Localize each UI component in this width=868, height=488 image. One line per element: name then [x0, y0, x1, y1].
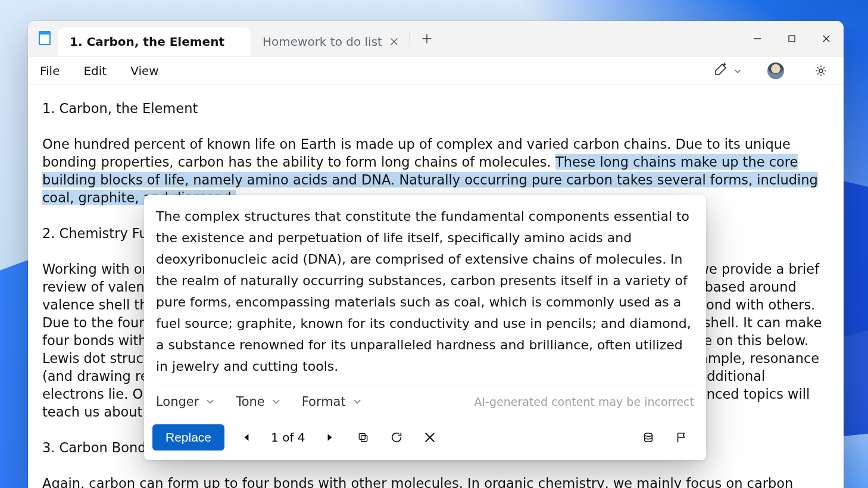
gear-icon — [814, 64, 828, 77]
svg-rect-0 — [789, 36, 795, 42]
app-window: 1. Carbon, the Element Homework to do li… — [28, 21, 844, 488]
ai-disclaimer: AI-generated content may be incorrect — [474, 395, 695, 408]
feedback-button[interactable] — [670, 426, 693, 449]
option-label: Tone — [236, 395, 264, 409]
document-area[interactable]: 1. Carbon, the Element One hundred perce… — [28, 85, 844, 488]
svg-rect-3 — [359, 433, 365, 439]
ai-rewrite-popup: The complex structures that constitute t… — [144, 195, 706, 460]
menu-edit[interactable]: Edit — [83, 64, 107, 78]
notepad-app-icon — [39, 31, 51, 45]
format-option[interactable]: Format — [302, 395, 361, 409]
avatar-icon — [767, 62, 784, 79]
result-counter: 1 of 4 — [268, 430, 307, 445]
ai-suggestion-text: The complex structures that constitute t… — [144, 195, 706, 383]
new-tab-button[interactable] — [416, 28, 438, 49]
heading-1: 1. Carbon, the Element — [42, 99, 829, 117]
option-label: Format — [302, 395, 346, 409]
tab-label: Homework to do list — [263, 35, 382, 49]
refresh-icon — [390, 431, 403, 444]
close-icon — [424, 432, 435, 443]
svg-point-1 — [819, 69, 823, 73]
tone-option[interactable]: Tone — [236, 395, 280, 409]
svg-rect-2 — [361, 436, 367, 442]
copy-icon — [357, 431, 369, 443]
tab-inactive[interactable]: Homework to do list — [251, 27, 408, 56]
tab-strip: 1. Carbon, the Element Homework to do li… — [28, 21, 438, 56]
tab-separator — [410, 31, 410, 46]
dismiss-button[interactable] — [419, 426, 441, 449]
regenerate-button[interactable] — [385, 426, 408, 449]
next-button[interactable] — [319, 426, 341, 449]
tab-active[interactable]: 1. Carbon, the Element — [58, 27, 251, 56]
window-controls — [740, 21, 844, 56]
close-tab-icon[interactable] — [386, 33, 402, 50]
chevron-down-icon — [206, 395, 214, 409]
credits-button[interactable] — [637, 426, 660, 449]
flag-icon — [675, 431, 688, 444]
svg-point-4 — [645, 433, 652, 437]
replace-button[interactable]: Replace — [152, 424, 224, 451]
chevron-down-icon — [353, 395, 361, 409]
chevron-down-icon — [272, 395, 280, 409]
ai-rewrite-button[interactable] — [714, 60, 741, 82]
coins-icon — [642, 431, 655, 444]
menu-bar: File Edit View — [28, 57, 844, 85]
tab-label: 1. Carbon, the Element — [70, 35, 224, 49]
copy-button[interactable] — [352, 426, 374, 449]
triangle-left-icon — [242, 433, 251, 442]
minimize-button[interactable] — [740, 21, 775, 56]
account-avatar[interactable] — [765, 60, 786, 82]
titlebar: 1. Carbon, the Element Homework to do li… — [28, 21, 844, 57]
option-label: Longer — [156, 395, 199, 409]
menu-file[interactable]: File — [40, 64, 60, 78]
popup-options-row: Longer Tone Format AI- — [144, 386, 706, 417]
close-window-button[interactable] — [809, 21, 844, 56]
settings-button[interactable] — [810, 60, 832, 82]
paragraph-3: Again, carbon can form up to four bonds … — [42, 474, 829, 488]
chevron-down-icon — [734, 64, 741, 78]
menu-view[interactable]: View — [130, 64, 158, 78]
popup-footer: Replace 1 of 4 — [144, 417, 706, 460]
length-option[interactable]: Longer — [156, 395, 214, 409]
pen-sparkle-icon — [714, 62, 728, 79]
previous-button[interactable] — [235, 426, 258, 449]
triangle-right-icon — [326, 433, 334, 442]
maximize-button[interactable] — [775, 21, 809, 56]
